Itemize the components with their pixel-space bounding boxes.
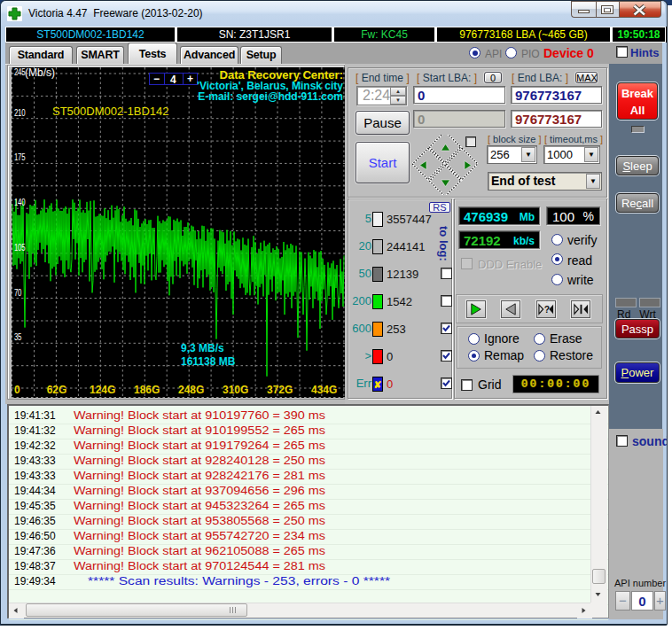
- svg-text:?: ?: [544, 305, 550, 315]
